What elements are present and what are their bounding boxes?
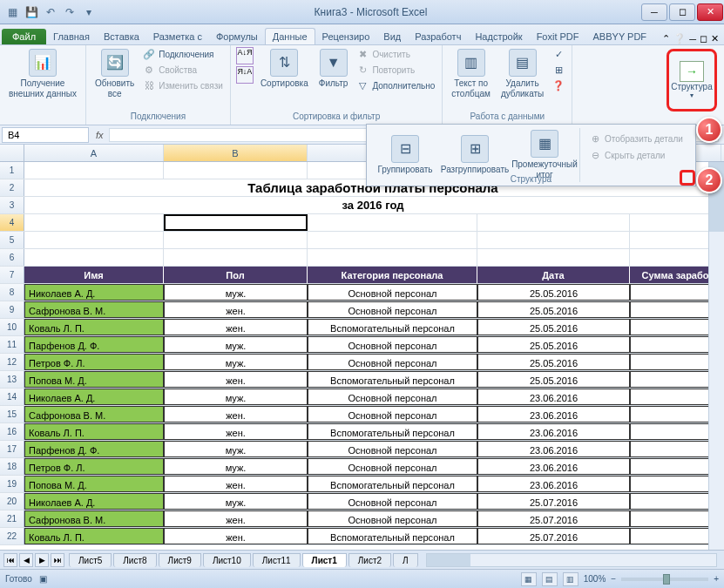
cell-gender[interactable]: жен. — [164, 319, 308, 335]
remove-duplicates-button[interactable]: ▤ Удалить дубликаты — [497, 47, 547, 101]
redo-icon[interactable]: ↷ — [61, 3, 78, 21]
cell-category[interactable]: Основной персонал — [308, 284, 477, 301]
dialog-launcher[interactable] — [680, 170, 695, 186]
row-header[interactable]: 18 — [0, 458, 24, 475]
sheet-tab[interactable]: Лист1 — [302, 553, 347, 567]
view-layout-icon[interactable]: ▤ — [542, 572, 558, 586]
view-normal-icon[interactable]: ▦ — [521, 572, 537, 586]
save-icon[interactable]: 💾 — [23, 3, 40, 21]
cell-category[interactable]: Основной персонал — [308, 458, 477, 475]
clear-button[interactable]: ✖Очистить — [355, 47, 436, 61]
sheet-tab[interactable]: Лист8 — [113, 553, 156, 567]
cell-date[interactable]: 25.05.2016 — [477, 336, 630, 353]
cell-date[interactable]: 23.06.2016 — [477, 389, 630, 405]
horizontal-scrollbar[interactable] — [426, 553, 717, 567]
cell-date[interactable]: 25.07.2016 — [477, 528, 630, 544]
row-header[interactable]: 22 — [0, 528, 24, 544]
help-icon[interactable]: ❔ — [673, 33, 686, 44]
sheet-subtitle[interactable]: за 2016 год — [24, 197, 721, 213]
row-header[interactable]: 2 — [0, 179, 24, 196]
tab-addins[interactable]: Надстройк — [468, 29, 529, 44]
cell-name[interactable]: Попова М. Д. — [24, 371, 164, 388]
ungroup-button[interactable]: ⊞Разгруппировать — [440, 128, 510, 182]
cell-name[interactable]: Коваль Л. П. — [24, 528, 164, 544]
row-header[interactable]: 13 — [0, 371, 24, 388]
cell-category[interactable]: Основной персонал — [308, 510, 477, 527]
name-box[interactable]: B4 — [2, 127, 89, 143]
group-button[interactable]: ⊟Группировать — [370, 128, 440, 182]
cell-name[interactable]: Коваль Л. П. — [24, 423, 164, 440]
hide-detail-button[interactable]: ⊖Скрыть детали — [587, 148, 685, 162]
cell-category[interactable]: Основной персонал — [308, 406, 477, 422]
cell-gender[interactable]: муж. — [164, 354, 308, 370]
view-break-icon[interactable]: ▥ — [563, 572, 579, 586]
row-header[interactable]: 6 — [0, 249, 24, 266]
close-button[interactable]: ✕ — [697, 3, 723, 21]
whatif-icon[interactable]: ❓ — [551, 78, 566, 92]
sheet-tab[interactable]: Лист10 — [203, 553, 251, 567]
cell-gender[interactable]: муж. — [164, 493, 308, 510]
consolidate-icon[interactable]: ⊞ — [551, 63, 566, 77]
sheet-nav-prev[interactable]: ◀ — [19, 553, 33, 567]
sort-button[interactable]: ⇅ Сортировка — [257, 47, 312, 91]
cell-category[interactable]: Основной персонал — [308, 441, 477, 457]
cell-category[interactable]: Вспомогательный персонал — [308, 476, 477, 492]
sheet-tab[interactable]: Лист9 — [159, 553, 201, 567]
sort-asc-icon[interactable]: A↓Я — [236, 47, 254, 64]
cell-gender[interactable]: жен. — [164, 510, 308, 527]
cell-date[interactable]: 25.05.2016 — [477, 371, 630, 388]
properties-button[interactable]: ⚙Свойства — [141, 63, 225, 77]
tab-data[interactable]: Данные — [265, 28, 315, 44]
tab-formulas[interactable]: Формулы — [209, 29, 265, 44]
cell-gender[interactable]: жен. — [164, 476, 308, 492]
cell-gender[interactable]: жен. — [164, 301, 308, 318]
cell-name[interactable]: Сафронова В. М. — [24, 510, 164, 527]
cell-category[interactable]: Вспомогательный персонал — [308, 319, 477, 335]
cell-date[interactable]: 23.06.2016 — [477, 423, 630, 440]
row-header[interactable]: 21 — [0, 510, 24, 527]
cell-gender[interactable]: жен. — [164, 423, 308, 440]
tab-abbyy[interactable]: ABBYY PDF — [586, 29, 654, 44]
tab-layout[interactable]: Разметка с — [146, 29, 209, 44]
cell-name[interactable]: Николаев А. Д. — [24, 493, 164, 510]
cell-gender[interactable]: муж. — [164, 458, 308, 475]
row-header[interactable]: 7 — [0, 267, 24, 283]
row-header[interactable]: 1 — [0, 162, 24, 179]
zoom-in-icon[interactable]: + — [714, 574, 719, 584]
cell-category[interactable]: Вспомогательный персонал — [308, 528, 477, 544]
cell-gender[interactable]: муж. — [164, 441, 308, 457]
cell-date[interactable]: 25.05.2016 — [477, 319, 630, 335]
cell-category[interactable]: Основной персонал — [308, 493, 477, 510]
reapply-button[interactable]: ↻Повторить — [355, 63, 436, 77]
cell-name[interactable]: Парфенов Д. Ф. — [24, 441, 164, 457]
cell-gender[interactable]: муж. — [164, 389, 308, 405]
table-header[interactable]: Дата — [477, 267, 630, 283]
excel-icon[interactable]: ▦ — [3, 3, 21, 21]
row-header[interactable]: 14 — [0, 389, 24, 405]
fx-icon[interactable]: fx — [96, 130, 104, 140]
cell-gender[interactable]: жен. — [164, 371, 308, 388]
cell-gender[interactable]: муж. — [164, 336, 308, 353]
table-header[interactable]: Имя — [24, 267, 164, 283]
cell-date[interactable]: 25.05.2016 — [477, 301, 630, 318]
table-header[interactable]: Категория персонала — [308, 267, 477, 283]
cell-category[interactable]: Вспомогательный персонал — [308, 371, 477, 388]
cell-name[interactable]: Николаев А. Д. — [24, 389, 164, 405]
refresh-all-button[interactable]: 🔄 Обновить все — [91, 47, 138, 101]
sheet-tab[interactable]: Лист5 — [69, 553, 112, 567]
cell-name[interactable]: Парфенов Д. Ф. — [24, 336, 164, 353]
cell-category[interactable]: Основной персонал — [308, 336, 477, 353]
row-header[interactable]: 11 — [0, 336, 24, 353]
cell-date[interactable]: 25.07.2016 — [477, 493, 630, 510]
row-header[interactable]: 12 — [0, 354, 24, 370]
select-all-corner[interactable] — [0, 145, 24, 161]
data-validation-icon[interactable]: ✓ — [551, 47, 566, 61]
row-header[interactable]: 9 — [0, 301, 24, 318]
row-header[interactable]: 10 — [0, 319, 24, 335]
tab-developer[interactable]: Разработч — [408, 29, 468, 44]
vertical-scrollbar[interactable] — [708, 162, 724, 550]
row-header[interactable]: 5 — [0, 232, 24, 248]
cell-category[interactable]: Вспомогательный персонал — [308, 423, 477, 440]
qat-more-icon[interactable]: ▾ — [80, 3, 98, 21]
zoom-slider[interactable] — [621, 578, 708, 581]
